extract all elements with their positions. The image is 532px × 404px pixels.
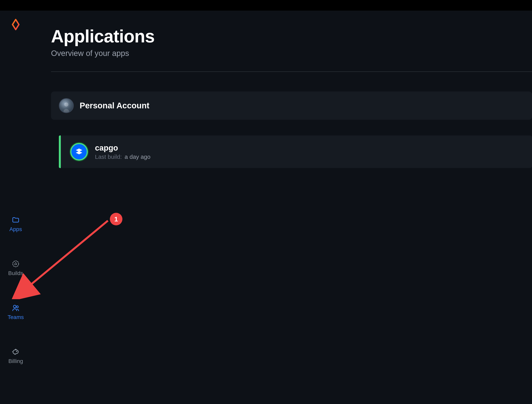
app-icon xyxy=(70,143,88,160)
svg-point-0 xyxy=(13,261,19,267)
sidebar-item-apps[interactable]: Apps xyxy=(9,216,22,232)
sidebar-nav: Apps Builds Teams xyxy=(0,216,32,364)
app-last-build-label: Last build: xyxy=(95,154,122,160)
sidebar-item-teams[interactable]: Teams xyxy=(8,304,24,320)
people-icon xyxy=(12,304,20,312)
svg-point-1 xyxy=(15,263,17,265)
sidebar-item-label: Teams xyxy=(8,314,24,320)
window-topbar xyxy=(0,0,532,11)
avatar xyxy=(59,98,74,113)
sidebar-item-billing[interactable]: Billing xyxy=(8,348,23,364)
account-name: Personal Account xyxy=(80,101,150,110)
divider xyxy=(51,71,532,72)
app-name: capgo xyxy=(95,143,151,152)
app-card[interactable]: capgo Last build: a day ago xyxy=(61,135,532,168)
main-content: Applications Overview of your apps Perso… xyxy=(32,11,532,404)
app-info: capgo Last build: a day ago xyxy=(95,143,151,160)
sidebar-item-label: Billing xyxy=(8,358,23,364)
sidebar-item-label: Apps xyxy=(9,226,22,232)
svg-line-6 xyxy=(27,221,108,287)
svg-point-3 xyxy=(16,306,18,308)
app-last-build-value: a day ago xyxy=(125,154,151,160)
app-last-build: Last build: a day ago xyxy=(95,154,151,160)
annotation-badge: 1 xyxy=(110,213,122,225)
piggybank-icon xyxy=(12,348,20,356)
folder-icon xyxy=(12,216,20,224)
annotation-number: 1 xyxy=(110,213,122,225)
gear-icon xyxy=(12,260,20,268)
brand-logo-icon xyxy=(10,19,21,30)
page-title: Applications xyxy=(51,26,532,46)
sidebar-item-builds[interactable]: Builds xyxy=(8,260,23,276)
app-shell: Apps Builds Teams xyxy=(0,11,532,404)
account-card[interactable]: Personal Account xyxy=(51,91,532,120)
svg-point-4 xyxy=(17,351,17,352)
svg-point-2 xyxy=(13,305,16,308)
page-subtitle: Overview of your apps xyxy=(51,49,532,58)
sidebar-item-label: Builds xyxy=(8,270,23,276)
